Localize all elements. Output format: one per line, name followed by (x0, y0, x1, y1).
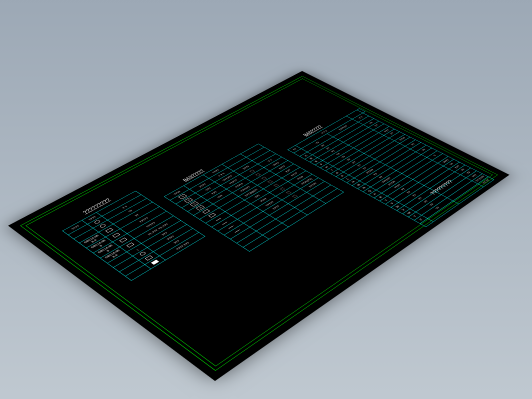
table-cell (250, 215, 276, 231)
figure-symbol-icon: ⬚ (266, 180, 273, 184)
table-cell: W (402, 209, 416, 217)
table-cell (256, 219, 282, 235)
rect-symbol-icon (145, 255, 153, 260)
table-row: GB114-858????? (86, 206, 166, 253)
table-cell: ?? (108, 198, 152, 224)
box-symbol-icon (151, 260, 159, 264)
table-header (96, 191, 141, 216)
table-cell: ⊙ (188, 200, 213, 215)
table-cell: ????? (120, 206, 166, 234)
table-cell (145, 256, 166, 269)
figure-symbol-icon: ⬚ (285, 190, 292, 194)
rect-symbol-icon (112, 232, 120, 238)
table-row: ??? (119, 228, 198, 276)
table-cell: ??? (154, 228, 199, 256)
cad-drawing-sheet[interactable]: ????????? ???????? ? ???GB114-858-9??GB1… (8, 71, 510, 381)
table-cell (301, 200, 326, 214)
table-row: ????.??? (126, 232, 205, 281)
table-row: ↓??? (108, 220, 187, 268)
table-cell (212, 216, 238, 232)
rect-symbol-icon (126, 242, 134, 248)
table-cell (238, 208, 263, 223)
circle-symbol-icon (99, 224, 106, 228)
table-cell: ??? (142, 220, 187, 248)
line-symbol-icon (222, 222, 227, 224)
table-cell (282, 211, 308, 227)
table-cell: GB114-858 (93, 242, 120, 258)
table-cell (106, 228, 127, 242)
arrow-symbol-icon: ↓ (134, 248, 140, 252)
table-cell (68, 224, 93, 239)
table-cell (243, 235, 269, 252)
figure-symbol-icon: ⬚ (248, 169, 255, 172)
table-cell: ???? (148, 224, 193, 252)
table-cell (232, 204, 257, 220)
figure-symbol-icon: ⬚ (254, 172, 261, 176)
table-cell: ???? (263, 200, 288, 216)
table-cell (139, 252, 160, 264)
table-cell: ↓ (127, 244, 148, 256)
table-cell (206, 212, 232, 227)
rect-symbol-icon (119, 238, 127, 242)
table-cell (236, 231, 262, 248)
figure-symbol-icon: ⬚ (291, 194, 298, 198)
rect-symbol-icon (202, 209, 210, 214)
table-cell (99, 224, 120, 237)
badge-symbol-icon: ⊙ (190, 201, 199, 206)
table-cell (230, 227, 256, 243)
table-row: GB114-858-9?? (80, 202, 160, 248)
table-cell (126, 264, 152, 280)
line-symbol-icon (234, 230, 240, 232)
table-cell (263, 223, 288, 239)
table-cell (194, 204, 219, 220)
table-cell: ????? (127, 211, 174, 238)
table-cell: GB114-858-9 (100, 247, 126, 264)
drawing-content: ????????? ???????? ? ???GB114-858-9??GB1… (35, 82, 484, 358)
table-cell: T (408, 212, 422, 220)
circle-symbol-icon (94, 220, 101, 224)
table-header: ???? (62, 220, 88, 234)
viewport-3d: ????????? ???????? ? ???GB114-858-9??GB1… (0, 0, 532, 399)
table-row: ???? (113, 224, 192, 272)
figure-symbol-icon: ⬚ (260, 176, 267, 180)
table-cell (270, 204, 295, 219)
table-cell: V (386, 200, 398, 208)
badge-symbol-icon: ⊙ (196, 205, 206, 210)
badge-symbol-icon: ⊙ (184, 198, 193, 203)
table-cell (276, 208, 301, 223)
table-row: GB114-858????? (93, 211, 174, 258)
figure-symbol-icon: ⬚ (278, 187, 285, 191)
table-row: GB114-858-9??.???. ??.??? (100, 216, 180, 264)
figure-symbol-icon: ⬚ (272, 184, 279, 188)
table-cell (218, 219, 244, 235)
table-cell (224, 223, 250, 239)
table-cell: GB114-858 (86, 237, 112, 253)
table-cell (244, 212, 270, 227)
table-cell (120, 238, 142, 252)
line-symbol-icon (228, 226, 234, 228)
table-cell (113, 256, 138, 272)
